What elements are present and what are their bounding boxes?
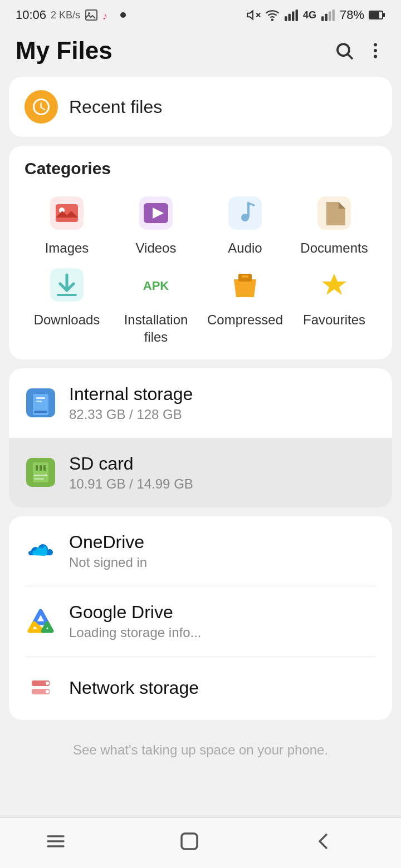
home-button[interactable] [178, 830, 223, 852]
dot-indicator [120, 12, 126, 18]
category-installation[interactable]: APK Installation files [114, 265, 198, 346]
sd-card-sub: 10.91 GB / 14.99 GB [69, 476, 376, 492]
svg-point-63 [46, 690, 49, 693]
battery-text: 78% [340, 8, 364, 22]
category-videos[interactable]: Videos [114, 194, 198, 257]
categories-title: Categories [25, 159, 376, 178]
sd-card-icon [25, 456, 57, 489]
svg-point-21 [374, 49, 377, 52]
onedrive-item[interactable]: OneDrive Not signed in [9, 516, 392, 586]
svg-rect-50 [40, 465, 42, 471]
categories-card: Categories Images Videos Audio [9, 146, 392, 359]
svg-rect-0 [86, 10, 97, 20]
recent-files-label: Recent files [69, 97, 162, 117]
internal-storage-icon [25, 387, 57, 419]
internal-storage-item[interactable]: Internal storage 82.33 GB / 128 GB [9, 368, 392, 438]
category-documents[interactable]: Documents [292, 194, 376, 257]
svg-point-22 [374, 55, 377, 58]
categories-grid: Images Videos Audio Documents [25, 194, 376, 346]
status-time: 10:06 [16, 8, 46, 22]
network-storage-item[interactable]: Network storage [9, 657, 392, 720]
category-audio[interactable]: Audio [203, 194, 287, 257]
svg-point-20 [374, 43, 377, 47]
favourites-icon [315, 265, 354, 304]
svg-rect-44 [36, 397, 45, 399]
compressed-label: Compressed [207, 311, 283, 328]
svg-rect-29 [228, 196, 262, 230]
images-icon [47, 194, 86, 233]
internal-storage-name: Internal storage [69, 384, 376, 405]
search-button[interactable] [334, 41, 354, 61]
status-left: 10:06 2 KB/s ♪ [16, 8, 126, 22]
svg-marker-3 [247, 11, 253, 19]
storage-list: Internal storage 82.33 GB / 128 GB SD ca… [9, 368, 392, 507]
svg-rect-9 [292, 12, 294, 21]
svg-point-6 [272, 19, 273, 21]
svg-rect-13 [329, 12, 331, 21]
menu-button[interactable] [45, 830, 89, 852]
status-speed: 2 KB/s [51, 9, 80, 21]
onedrive-info: OneDrive Not signed in [69, 532, 376, 570]
google-drive-item[interactable]: Google Drive Loading storage info... [9, 586, 392, 656]
documents-label: Documents [300, 239, 368, 257]
svg-rect-7 [285, 16, 287, 21]
svg-rect-59 [26, 674, 55, 703]
svg-point-30 [241, 214, 249, 221]
category-compressed[interactable]: Compressed [203, 265, 287, 346]
svg-rect-67 [182, 834, 197, 849]
onedrive-icon [25, 535, 57, 567]
svg-rect-39 [242, 275, 248, 278]
svg-point-62 [46, 682, 49, 685]
downloads-label: Downloads [34, 311, 100, 328]
footer-text: See what's taking up space on your phone… [0, 729, 401, 813]
category-downloads[interactable]: Downloads [25, 265, 109, 346]
images-label: Images [45, 239, 89, 257]
svg-rect-10 [296, 9, 298, 21]
google-drive-icon [25, 605, 57, 637]
svg-rect-45 [36, 401, 42, 402]
google-drive-name: Google Drive [69, 602, 376, 623]
svg-rect-12 [325, 14, 327, 21]
audio-label: Audio [228, 239, 262, 257]
svg-line-19 [348, 55, 353, 59]
svg-point-18 [338, 44, 349, 56]
sd-card-item[interactable]: SD card 10.91 GB / 14.99 GB [9, 438, 392, 507]
mute-icon [246, 8, 261, 22]
svg-rect-52 [34, 475, 47, 476]
svg-rect-14 [332, 9, 335, 21]
svg-rect-11 [321, 16, 324, 21]
battery-icon [369, 9, 385, 21]
back-button[interactable] [312, 830, 356, 852]
recent-files-card[interactable]: Recent files [9, 77, 392, 137]
documents-icon [315, 194, 354, 233]
cloud-storage-list: OneDrive Not signed in Google Drive Load… [9, 516, 392, 720]
svg-rect-49 [36, 465, 38, 471]
svg-rect-8 [288, 14, 291, 21]
wifi-icon [265, 8, 280, 22]
signal2-icon [321, 9, 335, 21]
internal-storage-sub: 82.33 GB / 128 GB [69, 407, 376, 422]
svg-rect-53 [34, 478, 44, 480]
onedrive-sub: Not signed in [69, 555, 376, 570]
more-options-button[interactable] [365, 41, 385, 61]
videos-icon [136, 194, 175, 233]
app-header: My Files [0, 27, 401, 77]
category-favourites[interactable]: Favourites [292, 265, 376, 346]
installation-icon: APK [136, 265, 175, 304]
svg-rect-17 [383, 13, 385, 17]
network-storage-info: Network storage [69, 678, 376, 698]
svg-rect-16 [370, 12, 379, 18]
svg-rect-24 [56, 204, 78, 222]
status-bar: 10:06 2 KB/s ♪ 4G 78% [0, 0, 401, 27]
status-right: 4G 78% [246, 8, 385, 22]
onedrive-name: OneDrive [69, 532, 376, 553]
svg-text:♪: ♪ [102, 11, 107, 22]
recent-files-item[interactable]: Recent files [25, 90, 376, 124]
compressed-icon [226, 265, 265, 304]
tiktok-icon: ♪ [102, 8, 116, 22]
category-images[interactable]: Images [25, 194, 109, 257]
svg-rect-51 [43, 465, 46, 471]
svg-text:APK: APK [143, 279, 169, 293]
videos-label: Videos [136, 239, 177, 257]
internal-storage-info: Internal storage 82.33 GB / 128 GB [69, 384, 376, 422]
